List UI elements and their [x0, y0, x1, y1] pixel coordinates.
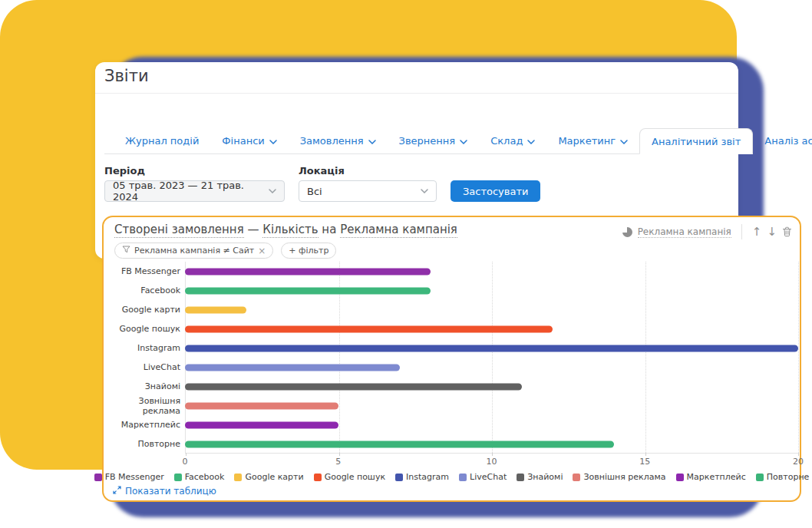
tab-3[interactable]: Замовлення: [289, 128, 388, 153]
tab-8[interactable]: Аналіз асортименту: [753, 128, 812, 153]
bar-8[interactable]: [185, 402, 338, 409]
category-label: LiveChat: [110, 362, 185, 372]
location-select[interactable]: Всі: [299, 180, 437, 202]
filters-bar: Період 05 трав. 2023 — 21 трав. 2024 Лок…: [104, 165, 540, 202]
funnel-icon: [122, 246, 130, 256]
add-filter-chip[interactable]: + фільтр: [281, 243, 336, 259]
widget-header: Створені замовлення — Кількість на Рекла…: [114, 223, 792, 239]
bar-track: [185, 377, 798, 396]
bar-row: LiveChat: [110, 358, 798, 377]
tab-label: Звернення: [399, 135, 456, 147]
tab-label: Замовлення: [300, 135, 364, 147]
x-tick-label: 10: [487, 457, 497, 467]
bar-row: Google пошук: [110, 319, 798, 338]
legend-label: Повторне: [767, 472, 810, 482]
bar-row: FB Messenger: [110, 262, 798, 281]
legend-item[interactable]: Знайомі: [517, 472, 563, 482]
bar-row: Instagram: [110, 338, 798, 358]
legend-item[interactable]: FB Messenger: [94, 472, 164, 482]
category-label: Instagram: [110, 343, 185, 353]
bar-track: [185, 319, 798, 338]
bar-track: [185, 338, 798, 358]
bar-10[interactable]: [185, 441, 614, 447]
legend-swatch: [517, 474, 524, 481]
legend-item[interactable]: Зовнішня реклама: [573, 472, 665, 482]
move-down-button[interactable]: ↓: [767, 226, 777, 238]
period-label: Період: [104, 165, 285, 177]
metric-selector[interactable]: Створені замовлення: [114, 223, 244, 238]
bar-3[interactable]: [185, 306, 246, 313]
bar-row: Повторне: [110, 434, 798, 454]
x-tick-label: 20: [793, 457, 804, 467]
bar-track: [185, 300, 798, 319]
tab-4[interactable]: Звернення: [388, 128, 480, 153]
tab-2[interactable]: Фінанси: [210, 128, 288, 153]
bar-6[interactable]: [185, 364, 400, 371]
delete-widget-button[interactable]: [782, 226, 792, 237]
category-label: Маркетплейс: [110, 420, 185, 430]
chip-label: + фільтр: [289, 246, 328, 256]
legend-swatch: [676, 474, 684, 481]
show-table-label: Показати таблицю: [125, 486, 216, 497]
category-label: Повторне: [110, 439, 185, 449]
axis-tick: [798, 453, 799, 456]
bar-chart: FB MessengerFacebookGoogle картиGoogle п…: [110, 262, 798, 454]
bar-7[interactable]: [185, 383, 522, 390]
legend-swatch: [94, 474, 102, 481]
controls-divider: [741, 224, 742, 239]
period-select[interactable]: 05 трав. 2023 — 21 трав. 2024: [104, 180, 285, 202]
page-title: Звіти: [104, 67, 149, 85]
period-value: 05 трав. 2023 — 21 трав. 2024: [113, 180, 262, 203]
legend-item[interactable]: Google карти: [234, 472, 303, 482]
show-table-link[interactable]: Показати таблицю: [113, 486, 216, 497]
chevron-down-icon: [269, 140, 277, 144]
legend-label: FB Messenger: [105, 472, 164, 482]
tab-7-active[interactable]: Аналітичний звіт: [639, 128, 753, 154]
close-icon[interactable]: ×: [258, 246, 266, 256]
bar-4[interactable]: [185, 325, 553, 332]
dimension-selector[interactable]: Рекламна кампанія: [340, 223, 457, 238]
legend-item[interactable]: Google пошук: [314, 472, 385, 482]
move-up-button[interactable]: ↑: [752, 226, 762, 238]
legend-item[interactable]: Instagram: [395, 472, 449, 482]
tab-label: Аналітичний звіт: [652, 136, 741, 147]
tab-label: Журнал подій: [125, 135, 199, 147]
tab-5[interactable]: Склад: [479, 128, 546, 153]
bar-row: Google карти: [110, 300, 798, 319]
filter-chips: Рекламна кампанія ≠ Сайт×+ фільтр: [114, 243, 336, 259]
bar-2[interactable]: [185, 287, 431, 294]
legend-swatch: [756, 474, 764, 481]
legend-label: Google пошук: [325, 472, 385, 482]
tab-label: Склад: [490, 135, 523, 147]
title-dash: —: [247, 223, 259, 236]
bar-9[interactable]: [185, 421, 338, 428]
legend-swatch: [459, 474, 467, 481]
legend-swatch: [174, 474, 182, 481]
bar-5[interactable]: [185, 345, 798, 351]
location-filter-group: Локація Всі: [299, 165, 437, 202]
location-value: Всі: [307, 186, 322, 197]
apply-button[interactable]: Застосувати: [451, 180, 540, 202]
measure-selector[interactable]: Кількість: [262, 223, 318, 238]
tab-label: Фінанси: [222, 135, 264, 147]
x-tick-label: 15: [639, 457, 650, 467]
bar-1[interactable]: [185, 268, 431, 275]
tab-label: Аналіз асортименту: [764, 135, 812, 147]
bar-track: [185, 262, 798, 281]
tab-6[interactable]: Маркетинг: [546, 128, 639, 153]
legend-item[interactable]: Facebook: [174, 472, 225, 482]
chip-label: Рекламна кампанія ≠ Сайт: [134, 246, 254, 256]
pie-chart-icon: [622, 227, 632, 237]
legend-item[interactable]: Повторне: [756, 472, 810, 482]
legend-label: Знайомі: [527, 472, 563, 482]
group-by-selector[interactable]: Рекламна кампанія: [638, 226, 731, 238]
bar-track: [185, 415, 798, 434]
x-axis: 05101520: [185, 457, 798, 467]
active-filter-chip[interactable]: Рекламна кампанія ≠ Сайт×: [114, 243, 273, 259]
legend-item[interactable]: Маркетплейс: [676, 472, 746, 482]
legend-label: Маркетплейс: [687, 472, 746, 482]
tab-1[interactable]: Журнал подій: [114, 128, 210, 153]
chevron-down-icon: [460, 140, 467, 144]
chart-legend: FB MessengerFacebookGoogle картиGoogle п…: [104, 472, 800, 482]
legend-item[interactable]: LiveChat: [459, 472, 507, 482]
